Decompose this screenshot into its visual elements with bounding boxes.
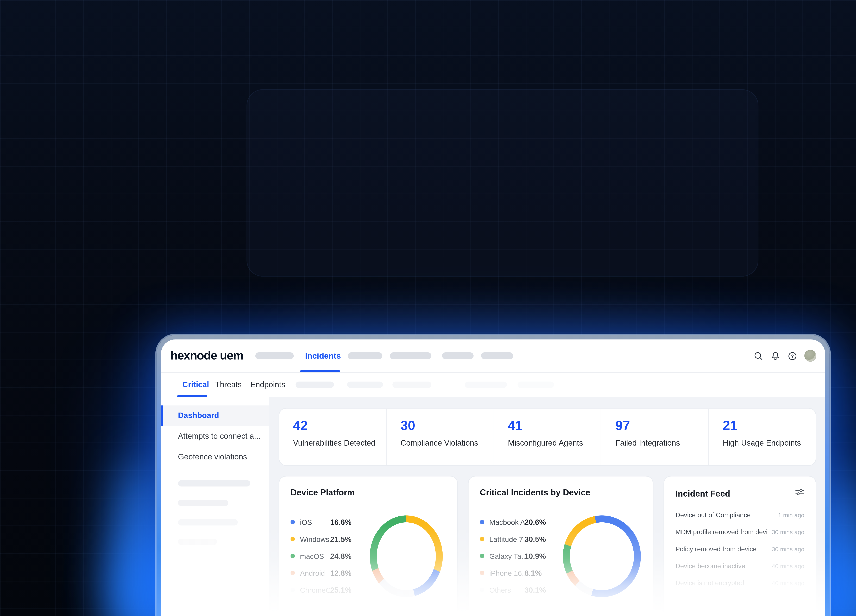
device-platform-card: Device Platform iOS16.6%Windows21.5%macO…	[279, 476, 458, 616]
feed-time: 40 mins ago	[772, 562, 804, 570]
stat-value: 30	[400, 418, 493, 433]
legend-label: Others	[489, 586, 525, 594]
legend-label: ChromeOS	[300, 586, 330, 594]
critical-incidents-card: Critical Incidents by Device Macbook Air…	[468, 476, 653, 616]
stat-value: 41	[508, 418, 601, 433]
tab-endpoints[interactable]: Endpoints	[250, 380, 285, 389]
sidebar: Dashboard Attempts to connect a... Geofe…	[161, 397, 269, 616]
legend-dot	[291, 537, 295, 541]
sidebar-item-geofence-violations[interactable]: Geofence violations	[161, 447, 269, 468]
incidents-tab-bar: Critical Threats Endpoints	[161, 373, 825, 397]
scene: hexnode uem Incidents ?	[0, 0, 856, 616]
stat-value: 21	[723, 418, 816, 433]
feed-row[interactable]: MDM profile removed from device30 mins a…	[675, 528, 804, 536]
app-window: hexnode uem Incidents ?	[161, 339, 825, 616]
sidebar-item-attempts-to-connect[interactable]: Attempts to connect a...	[161, 426, 269, 447]
bell-icon[interactable]	[770, 351, 781, 361]
tab-placeholder[interactable]	[347, 382, 383, 388]
legend-value: 12.8%	[330, 568, 352, 577]
stat-cell[interactable]: 21High Usage Endpoints	[708, 409, 816, 465]
page-content: Dashboard Attempts to connect a... Geofe…	[161, 397, 825, 616]
card-title: Critical Incidents by Device	[480, 488, 642, 497]
device-platform-donut-chart	[370, 515, 443, 597]
legend-dot	[291, 571, 295, 575]
legend-dot	[291, 588, 295, 592]
legend-dot	[480, 588, 484, 592]
stat-label: Vulnerabilities Detected	[293, 439, 386, 447]
sidebar-placeholder-item[interactable]	[178, 480, 250, 487]
incident-feed-list: Device out of Compliance1 min agoMDM pro…	[675, 511, 804, 587]
stat-cell[interactable]: 42Vulnerabilities Detected	[279, 409, 386, 465]
legend-label: Macbook Air	[489, 518, 525, 526]
filter-icon[interactable]	[795, 488, 804, 499]
legend-label: iPhone 16...	[489, 569, 525, 577]
tab-threats[interactable]: Threats	[215, 380, 242, 389]
sidebar-placeholder-item[interactable]	[178, 500, 228, 506]
feed-title: Device out of Compliance	[675, 511, 751, 519]
legend-value: 16.6%	[330, 518, 352, 526]
incident-feed-header: Incident Feed	[675, 488, 804, 499]
tab-active-underline	[177, 395, 207, 396]
nav-placeholder-item[interactable]	[442, 352, 474, 359]
search-icon[interactable]	[753, 351, 764, 361]
legend-value: 24.8%	[330, 551, 352, 560]
nav-placeholder-item[interactable]	[390, 352, 431, 359]
legend-value: 21.5%	[330, 535, 352, 543]
stat-cell[interactable]: 30Compliance Violations	[386, 409, 493, 465]
desk-line	[0, 275, 856, 275]
nav-placeholder-item[interactable]	[481, 352, 513, 359]
dashboard-main: 42Vulnerabilities Detected30Compliance V…	[269, 397, 825, 616]
feed-time: 40 mins ago	[772, 579, 804, 587]
tab-critical[interactable]: Critical	[182, 380, 209, 389]
feed-row[interactable]: Device out of Compliance1 min ago	[675, 511, 804, 519]
feed-row[interactable]: Device become inactive40 mins ago	[675, 562, 804, 570]
legend-value: 8.1%	[525, 568, 542, 577]
stat-label: Failed Integrations	[615, 439, 708, 447]
tab-placeholder[interactable]	[296, 382, 334, 388]
legend-value: 30.5%	[525, 535, 546, 543]
sidebar-placeholder-item[interactable]	[178, 519, 238, 525]
svg-text:?: ?	[791, 353, 794, 358]
legend-label: Galaxy Ta...	[489, 552, 525, 560]
stats-summary-card: 42Vulnerabilities Detected30Compliance V…	[279, 408, 816, 466]
stat-cell[interactable]: 97Failed Integrations	[601, 409, 708, 465]
sidebar-item-dashboard[interactable]: Dashboard	[161, 406, 269, 426]
stat-label: High Usage Endpoints	[723, 439, 816, 447]
navbar-actions: ?	[753, 350, 816, 362]
legend-dot	[291, 554, 295, 558]
legend-label: iOS	[300, 518, 330, 526]
stat-value: 42	[293, 418, 386, 433]
legend-dot	[291, 520, 295, 524]
feed-time: 30 mins ago	[772, 546, 804, 553]
legend-dot	[480, 571, 484, 575]
feed-row[interactable]: Policy removed from device30 mins ago	[675, 545, 804, 553]
device-bezel: hexnode uem Incidents ?	[157, 335, 830, 616]
feed-row[interactable]: Device is not encrypted40 mins ago	[675, 579, 804, 587]
top-navbar: hexnode uem Incidents ?	[161, 339, 825, 373]
legend-dot	[480, 537, 484, 541]
stat-value: 97	[615, 418, 708, 433]
tab-placeholder[interactable]	[393, 382, 431, 388]
user-avatar[interactable]	[804, 350, 816, 362]
sidebar-placeholder-item[interactable]	[178, 539, 217, 545]
stat-cell[interactable]: 41Misconfigured Agents	[493, 409, 601, 465]
nav-placeholder-item[interactable]	[348, 352, 382, 359]
legend-dot	[480, 520, 484, 524]
stat-label: Compliance Violations	[400, 439, 493, 447]
nav-placeholder-item[interactable]	[255, 352, 294, 359]
tab-placeholder[interactable]	[465, 382, 507, 388]
card-title: Incident Feed	[675, 489, 730, 498]
hexnode-logo: hexnode uem	[171, 349, 243, 363]
feed-title: Policy removed from device	[675, 545, 756, 553]
critical-incidents-donut-chart	[563, 515, 641, 597]
legend-value: 20.6%	[525, 518, 546, 526]
legend-label: Windows	[300, 535, 330, 543]
tab-placeholder[interactable]	[517, 382, 554, 388]
nav-item-incidents[interactable]: Incidents	[305, 351, 341, 361]
help-icon[interactable]: ?	[787, 351, 797, 361]
monitor-silhouette	[246, 89, 758, 277]
charts-row: Device Platform iOS16.6%Windows21.5%macO…	[279, 476, 816, 616]
incident-feed-card: Incident Feed Device out of Compliance1 …	[664, 476, 816, 616]
feed-time: 1 min ago	[778, 512, 804, 518]
legend-label: Android	[300, 569, 330, 577]
